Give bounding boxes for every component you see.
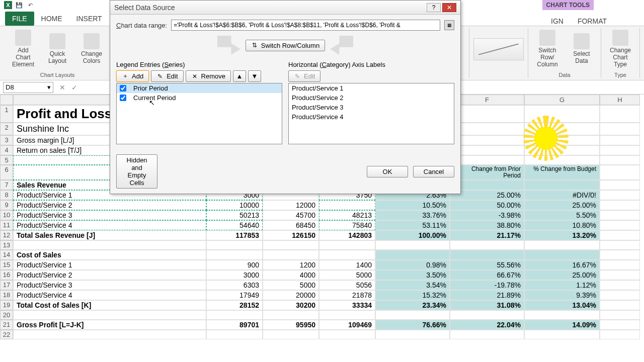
- cell[interactable]: 13.04%: [524, 300, 600, 310]
- tab-insert[interactable]: INSERT: [69, 12, 109, 26]
- cell[interactable]: [600, 220, 640, 230]
- add-chart-element-button[interactable]: Add Chart Element: [8, 28, 38, 70]
- cell[interactable]: 15.32%: [375, 290, 450, 300]
- col-g[interactable]: G: [524, 95, 600, 105]
- cell[interactable]: [600, 230, 640, 240]
- cancel-button[interactable]: Cancel: [413, 166, 454, 177]
- cell[interactable]: 5000: [263, 280, 319, 290]
- cell[interactable]: 109469: [319, 320, 375, 330]
- hidden-empty-cells-button[interactable]: Hidden and Empty Cells: [116, 154, 157, 189]
- cell[interactable]: [524, 250, 600, 260]
- cell[interactable]: 25.00%: [524, 270, 600, 280]
- cell[interactable]: 28152: [206, 300, 263, 310]
- cell[interactable]: 10.80%: [524, 220, 600, 230]
- row-header[interactable]: 8: [0, 190, 13, 200]
- cell[interactable]: 33334: [319, 300, 375, 310]
- remove-series-button[interactable]: ✕Remove: [186, 70, 231, 82]
- row-header[interactable]: 5: [0, 155, 13, 165]
- row-header[interactable]: 21: [0, 320, 13, 330]
- cell[interactable]: [524, 240, 600, 250]
- cell[interactable]: 16.67%: [524, 260, 600, 270]
- cell[interactable]: [524, 310, 600, 320]
- cell[interactable]: Total Cost of Sales [K]: [13, 300, 206, 310]
- cell[interactable]: 12000: [263, 200, 319, 210]
- select-data-button[interactable]: Select Data: [567, 31, 597, 66]
- cell[interactable]: 3.54%: [375, 280, 450, 290]
- row-header[interactable]: 7: [0, 180, 13, 190]
- cell[interactable]: [319, 240, 375, 250]
- col-f[interactable]: F: [450, 95, 524, 105]
- cell[interactable]: [450, 180, 524, 190]
- cell[interactable]: [263, 310, 319, 320]
- cell[interactable]: [375, 240, 450, 250]
- cell[interactable]: [450, 330, 524, 339]
- cell[interactable]: 4000: [263, 270, 319, 280]
- cell[interactable]: 48213: [319, 210, 375, 220]
- cell[interactable]: 54640: [206, 220, 263, 230]
- cell[interactable]: 5.50%: [524, 210, 600, 220]
- cell[interactable]: 3000: [206, 270, 263, 280]
- cell[interactable]: 900: [206, 260, 263, 270]
- cell[interactable]: Gross Profit [L=J-K]: [13, 320, 206, 330]
- close-icon[interactable]: ✕: [442, 3, 456, 12]
- cell[interactable]: 13.20%: [524, 230, 600, 240]
- tab-design[interactable]: IGN: [544, 14, 571, 28]
- cell[interactable]: [600, 135, 640, 145]
- cell[interactable]: [600, 180, 640, 190]
- cell[interactable]: 55.56%: [450, 260, 524, 270]
- cell[interactable]: 95950: [263, 320, 319, 330]
- row-header[interactable]: 13: [0, 240, 13, 250]
- cell[interactable]: [375, 310, 450, 320]
- cell[interactable]: 23.34%: [375, 300, 450, 310]
- cell[interactable]: [600, 250, 640, 260]
- cell[interactable]: 30200: [263, 300, 319, 310]
- cell[interactable]: [600, 200, 640, 210]
- row-header[interactable]: 10: [0, 210, 13, 220]
- corner[interactable]: [0, 95, 13, 105]
- row-header[interactable]: 11: [0, 220, 13, 230]
- tab-home[interactable]: HOME: [34, 12, 69, 26]
- cell[interactable]: [600, 270, 640, 280]
- cell[interactable]: 0.98%: [375, 260, 450, 270]
- cell[interactable]: 75840: [319, 220, 375, 230]
- cell[interactable]: 25.00%: [450, 190, 524, 200]
- row-header[interactable]: 6: [0, 165, 13, 180]
- cell[interactable]: [319, 310, 375, 320]
- row-header[interactable]: 22: [0, 330, 13, 339]
- row-header[interactable]: 17: [0, 280, 13, 290]
- cell[interactable]: [319, 250, 375, 260]
- cell[interactable]: [600, 310, 640, 320]
- cell[interactable]: [600, 280, 640, 290]
- move-down-button[interactable]: ▼: [248, 70, 261, 82]
- cell[interactable]: [206, 310, 263, 320]
- row-header[interactable]: 14: [0, 250, 13, 260]
- cell[interactable]: [600, 123, 640, 135]
- cell[interactable]: [524, 180, 600, 190]
- cell[interactable]: 33.76%: [375, 210, 450, 220]
- cell[interactable]: 10.50%: [375, 200, 450, 210]
- tab-file[interactable]: FILE: [5, 12, 34, 26]
- row-header[interactable]: 16: [0, 270, 13, 280]
- cell[interactable]: Product/Service 2: [13, 270, 206, 280]
- row-header[interactable]: 15: [0, 260, 13, 270]
- switch-row-column-dialog-button[interactable]: ⇅Switch Row/Column: [246, 40, 325, 51]
- cell[interactable]: -3.98%: [450, 210, 524, 220]
- cell[interactable]: Product/Service 4: [13, 290, 206, 300]
- series-listbox[interactable]: Prior Period Current Period: [116, 83, 282, 144]
- save-icon[interactable]: 💾: [15, 1, 23, 9]
- cell[interactable]: 100.00%: [375, 230, 450, 240]
- cell[interactable]: [600, 105, 640, 123]
- cell[interactable]: [13, 310, 206, 320]
- cell[interactable]: 3.50%: [375, 270, 450, 280]
- edit-series-button[interactable]: ✎Edit: [151, 70, 183, 82]
- category-item[interactable]: Product/Service 2: [289, 93, 454, 103]
- series-checkbox[interactable]: [120, 85, 126, 92]
- cell[interactable]: 6303: [206, 280, 263, 290]
- name-box[interactable]: D8▾: [3, 82, 53, 93]
- cell[interactable]: Product/Service 3: [13, 210, 206, 220]
- cell[interactable]: 66.67%: [450, 270, 524, 280]
- cell[interactable]: Total Sales Revenue [J]: [13, 230, 206, 240]
- cell[interactable]: 14.09%: [524, 320, 600, 330]
- cancel-formula-icon[interactable]: ✕: [56, 83, 68, 92]
- cell[interactable]: 25.00%: [524, 200, 600, 210]
